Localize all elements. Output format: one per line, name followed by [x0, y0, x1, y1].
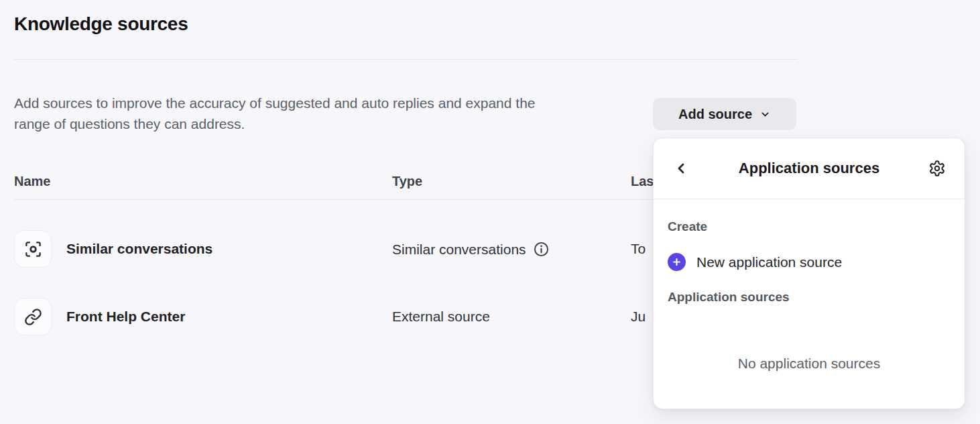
back-button[interactable] — [672, 159, 690, 178]
plus-icon — [668, 253, 686, 271]
source-type: External source — [392, 309, 490, 325]
chevron-left-icon — [673, 160, 689, 176]
popover-title: Application sources — [690, 160, 928, 177]
link-icon — [14, 298, 52, 335]
new-application-source-item[interactable]: New application source — [668, 253, 951, 271]
page-title: Knowledge sources — [14, 13, 188, 35]
source-name: Front Help Center — [66, 309, 185, 325]
source-name: Similar conversations — [66, 241, 212, 257]
popover-body: Create New application source Applicatio… — [654, 199, 965, 372]
page-description: Add sources to improve the accuracy of s… — [14, 93, 550, 134]
add-source-button[interactable]: Add source — [653, 98, 796, 130]
table-header-last: Las — [631, 174, 654, 189]
source-type: Similar conversations — [392, 242, 526, 258]
application-sources-section-label: Application sources — [668, 290, 951, 305]
create-section-label: Create — [668, 219, 951, 234]
source-last: To — [631, 241, 646, 257]
new-application-source-label: New application source — [696, 254, 842, 270]
table-header-type: Type — [392, 174, 422, 189]
table-header-name: Name — [14, 174, 50, 189]
info-icon[interactable] — [533, 241, 550, 258]
settings-button[interactable] — [928, 159, 946, 178]
scan-icon — [14, 230, 52, 268]
popover-header: Application sources — [654, 138, 965, 199]
title-divider — [14, 59, 798, 60]
application-sources-popover: Application sources Create New applicati… — [653, 138, 965, 409]
empty-state-text: No application sources — [668, 356, 951, 372]
chevron-down-icon — [759, 109, 771, 120]
source-last: Ju — [631, 309, 646, 325]
gear-icon — [928, 160, 946, 177]
add-source-button-label: Add source — [678, 107, 752, 122]
